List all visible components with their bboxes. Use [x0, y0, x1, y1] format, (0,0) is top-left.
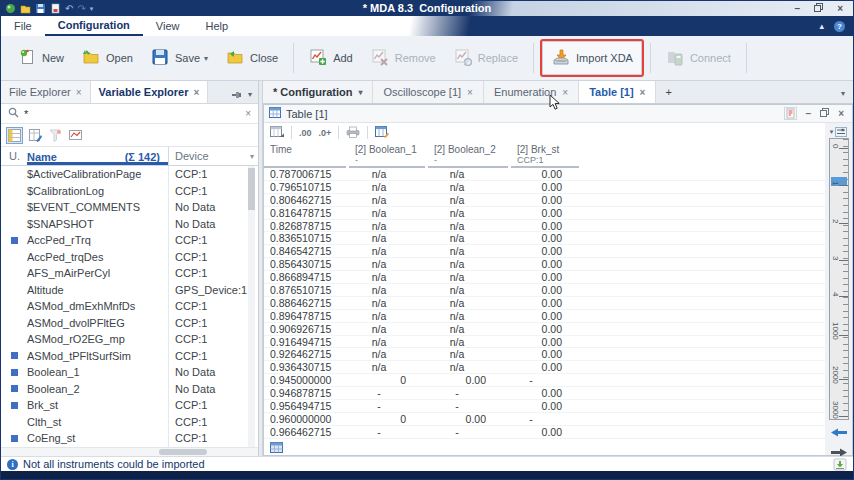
collapse-ribbon-icon[interactable]: ▴ — [819, 21, 824, 31]
decrease-decimals-button[interactable]: .00 — [299, 128, 312, 138]
table-row[interactable]: 0.896478715 n/a n/a 0.00 — [264, 310, 825, 323]
edit-columns-icon[interactable] — [28, 128, 43, 143]
undo-icon[interactable]: ↶ — [65, 4, 73, 14]
export-quick-icon[interactable] — [50, 3, 61, 14]
panel-menu-caret-icon[interactable]: ▾ — [248, 90, 252, 99]
column-header-updating[interactable]: U. — [1, 150, 27, 162]
table-row[interactable]: 0.945000000 0 0.00 - — [264, 374, 825, 387]
customize-quick-access-caret-icon[interactable]: ▾ — [90, 4, 94, 14]
variable-row[interactable]: ASMod_dmExhMnfDs CCP:1 — [1, 298, 258, 315]
table-row[interactable]: 0.936430715 n/a n/a 0.00 — [264, 361, 825, 374]
scrollbar-thumb[interactable] — [248, 168, 255, 210]
table-row[interactable]: 0.956494715 - - 0.00 — [264, 400, 825, 413]
variable-row[interactable]: $SNAPSHOT No Data — [1, 216, 258, 233]
variable-list-horizontal-scrollbar[interactable] — [1, 447, 258, 456]
help-icon[interactable]: ? — [834, 21, 845, 32]
table-row[interactable]: 0.886462715 n/a n/a 0.00 — [264, 297, 825, 310]
variable-row[interactable]: AccPed_trqDes CCP:1 — [1, 249, 258, 266]
variable-row[interactable]: AccPed_rTrq CCP:1 — [1, 232, 258, 249]
menu-help[interactable]: Help — [193, 16, 242, 36]
table-row[interactable]: 0.876510715 n/a n/a 0.00 — [264, 284, 825, 297]
close-tab-icon[interactable]: × — [467, 87, 473, 98]
clear-search-icon[interactable]: × — [245, 108, 251, 119]
close-tab-icon[interactable]: × — [193, 87, 199, 98]
save-quick-icon[interactable] — [35, 3, 46, 14]
variable-row[interactable]: $EVENT_COMMENTS No Data — [1, 199, 258, 216]
close-config-button[interactable]: Close — [217, 41, 287, 75]
variable-row[interactable]: Brk_st CCP:1 — [1, 397, 258, 414]
time-slider-ruler[interactable]: 0 1 2 3 4 1000 2000 3000 — [829, 138, 849, 420]
table-row[interactable]: 0.796510715 n/a n/a 0.00 — [264, 181, 825, 194]
column-header-time[interactable]: Time — [264, 142, 346, 168]
device-filter-caret-icon[interactable]: ▾ — [250, 152, 258, 161]
column-header-name[interactable]: Name (Σ 142) — [27, 147, 168, 165]
annotation-icon[interactable] — [784, 107, 797, 120]
table-row[interactable]: 0.856430715 n/a n/a 0.00 — [264, 258, 825, 271]
variable-row[interactable]: CoEng_st CCP:1 — [1, 430, 258, 447]
new-button[interactable]: New — [9, 41, 73, 75]
variable-row[interactable]: ASMod_dvolPFltEG CCP:1 — [1, 315, 258, 332]
tab-list-caret-icon[interactable]: ▾ — [841, 89, 845, 98]
new-layer-button[interactable]: + — [656, 81, 680, 103]
variable-row[interactable]: Boolean_1 No Data — [1, 364, 258, 381]
variable-row[interactable]: $ActiveCalibrationPage CCP:1 — [1, 166, 258, 183]
increase-decimals-button[interactable]: .0+ — [319, 128, 332, 138]
sheet-tab-icon[interactable] — [270, 439, 283, 457]
minimize-button[interactable]: – — [795, 4, 801, 14]
minimize-window-icon[interactable]: – — [806, 109, 812, 119]
menu-configuration[interactable]: Configuration — [45, 16, 143, 36]
mini-chart-icon[interactable] — [68, 129, 83, 141]
variable-row[interactable]: $CalibrationLog CCP:1 — [1, 183, 258, 200]
print-icon[interactable] — [346, 126, 360, 140]
slider-options-caret-icon[interactable]: ▾ — [830, 128, 834, 136]
menu-view[interactable]: View — [143, 16, 193, 36]
close-tab-icon[interactable]: × — [562, 87, 568, 98]
column-header-boolean2[interactable]: [2] Boolean_2 - — [428, 142, 508, 168]
menu-file[interactable]: File — [1, 16, 45, 36]
close-window-icon[interactable]: × — [838, 109, 844, 119]
open-button[interactable]: Open — [73, 41, 142, 75]
show-table-view-icon[interactable] — [6, 127, 23, 144]
tab-variable-explorer[interactable]: Variable Explorer × — [91, 81, 209, 103]
redo-icon[interactable]: ↷ — [77, 4, 85, 14]
close-tab-icon[interactable]: × — [640, 87, 646, 98]
variable-row[interactable]: Altitude GPS_Device:1 — [1, 282, 258, 299]
close-button[interactable]: × — [837, 4, 843, 14]
table-row[interactable]: 0.966462715 - - 0.00 — [264, 426, 825, 439]
table-row[interactable]: 0.946878715 - - 0.00 — [264, 387, 825, 400]
table-row[interactable]: 0.806462715 n/a n/a 0.00 — [264, 194, 825, 207]
add-instrument-button[interactable]: Add — [300, 41, 362, 75]
variable-row[interactable]: AFS_mAirPerCyl CCP:1 — [1, 265, 258, 282]
variable-list-vertical-scrollbar[interactable] — [248, 166, 255, 447]
table-row[interactable]: 0.906926715 n/a n/a 0.00 — [264, 323, 825, 336]
tab-oscilloscope[interactable]: Oscilloscope [1] × — [373, 81, 484, 103]
tab-configuration[interactable]: * Configuration ▾ — [263, 81, 373, 103]
variable-row[interactable]: Clth_st CCP:1 — [1, 414, 258, 431]
restore-window-icon[interactable] — [820, 108, 829, 119]
column-header-boolean1[interactable]: [2] Boolean_1 - — [349, 142, 425, 168]
tab-file-explorer[interactable]: File Explorer × — [1, 81, 91, 103]
tab-enumeration[interactable]: Enumeration × — [484, 81, 579, 103]
variable-row[interactable]: ASMod_rO2EG_mp CCP:1 — [1, 331, 258, 348]
edit-table-icon[interactable] — [375, 126, 389, 140]
open-quick-icon[interactable] — [20, 3, 31, 14]
save-dropdown-caret-icon[interactable]: ▾ — [204, 54, 208, 63]
search-input-value[interactable]: * — [24, 108, 28, 120]
table-row[interactable]: 0.960000000 0 0.00 - — [264, 413, 825, 426]
table-row[interactable]: 0.846542715 n/a n/a 0.00 — [264, 245, 825, 258]
pin-panel-icon[interactable] — [232, 85, 242, 103]
step-back-arrow-icon[interactable] — [831, 423, 847, 441]
configuration-tab-caret-icon[interactable]: ▾ — [358, 88, 362, 97]
variable-search-bar[interactable]: * × — [1, 104, 258, 124]
table-row[interactable]: 0.836510715 n/a n/a 0.00 — [264, 232, 825, 245]
save-button[interactable]: Save ▾ — [142, 41, 217, 75]
variable-row[interactable]: Boolean_2 No Data — [1, 381, 258, 398]
table-row[interactable]: 0.916494715 n/a n/a 0.00 — [264, 336, 825, 349]
column-header-device[interactable]: Device ▾ — [168, 147, 258, 165]
table-row[interactable]: 0.816478715 n/a n/a 0.00 — [264, 207, 825, 220]
import-status-icon[interactable] — [833, 458, 847, 471]
table-row[interactable]: 0.787006715 n/a n/a 0.00 — [264, 168, 825, 181]
table-row[interactable]: 0.866894715 n/a n/a 0.00 — [264, 271, 825, 284]
variable-row[interactable]: ASMod_tPFltSurfSim CCP:1 — [1, 348, 258, 365]
table-settings-icon[interactable] — [270, 126, 284, 140]
